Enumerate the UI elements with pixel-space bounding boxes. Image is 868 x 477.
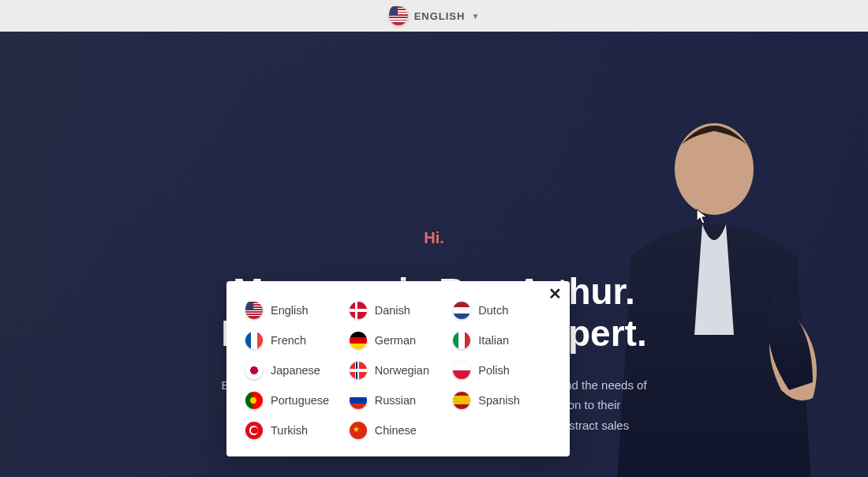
language-selector-label: ENGLISH	[414, 10, 466, 22]
language-option-label: Japanese	[271, 364, 320, 377]
language-option-label: Russian	[375, 394, 416, 407]
hero-greeting: Hi.	[118, 229, 750, 247]
language-option-russian[interactable]: Russian	[350, 392, 447, 409]
language-modal: ✕ EnglishDanishDutchFrenchGermanItalianJ…	[226, 281, 570, 456]
fr-flag-icon	[245, 332, 263, 349]
language-option-chinese[interactable]: Chinese	[350, 422, 447, 439]
language-option-italian[interactable]: Italian	[453, 332, 551, 349]
no-flag-icon	[350, 362, 367, 379]
language-option-polish[interactable]: Polish	[453, 362, 551, 379]
language-option-label: Danish	[375, 304, 410, 317]
language-option-turkish[interactable]: Turkish	[245, 422, 343, 439]
language-option-label: Spanish	[478, 394, 519, 407]
language-option-french[interactable]: French	[245, 332, 343, 349]
language-option-label: Chinese	[375, 424, 417, 437]
language-option-label: Portuguese	[271, 394, 329, 407]
language-option-danish[interactable]: Danish	[350, 302, 447, 319]
language-option-label: Italian	[478, 334, 509, 347]
language-option-label: Polish	[478, 364, 510, 377]
nl-flag-icon	[453, 302, 470, 319]
it-flag-icon	[453, 332, 470, 349]
us-flag-icon	[389, 6, 408, 25]
language-option-label: English	[271, 304, 309, 317]
pt-flag-icon	[245, 392, 263, 409]
language-grid: EnglishDanishDutchFrenchGermanItalianJap…	[245, 302, 551, 439]
us-flag-icon	[245, 302, 263, 319]
language-selector[interactable]: ENGLISH ▼	[383, 3, 486, 28]
dk-flag-icon	[350, 302, 367, 319]
jp-flag-icon	[245, 362, 263, 379]
tr-flag-icon	[245, 422, 263, 439]
close-icon[interactable]: ✕	[548, 286, 562, 302]
language-option-dutch[interactable]: Dutch	[453, 302, 551, 319]
language-option-label: Dutch	[478, 304, 508, 317]
pl-flag-icon	[453, 362, 470, 379]
language-option-german[interactable]: German	[350, 332, 447, 349]
language-option-label: Norwegian	[375, 364, 429, 377]
language-option-label: Turkish	[271, 424, 308, 437]
language-option-spanish[interactable]: Spanish	[453, 392, 551, 409]
topbar: ENGLISH ▼	[0, 0, 868, 32]
es-flag-icon	[453, 392, 470, 409]
language-option-portuguese[interactable]: Portuguese	[245, 392, 343, 409]
cn-flag-icon	[350, 422, 367, 439]
ru-flag-icon	[350, 392, 367, 409]
language-option-norwegian[interactable]: Norwegian	[350, 362, 447, 379]
chevron-down-icon: ▼	[471, 12, 479, 21]
language-option-english[interactable]: English	[245, 302, 343, 319]
language-option-label: French	[271, 334, 306, 347]
de-flag-icon	[350, 332, 367, 349]
language-option-japanese[interactable]: Japanese	[245, 362, 343, 379]
language-option-label: German	[375, 334, 416, 347]
